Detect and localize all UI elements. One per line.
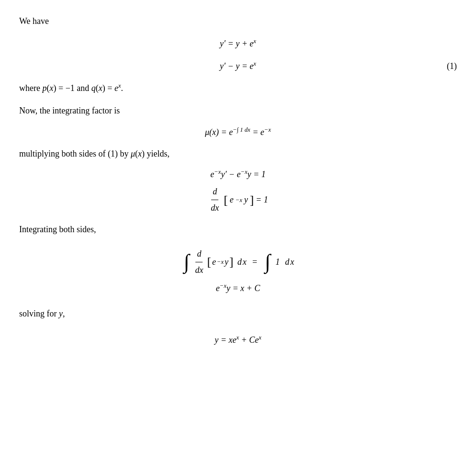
step2-equation: d dx [e−xy] = 1: [19, 185, 457, 215]
mu-math: μ(x) = e−∫ 1 dx = e−x: [205, 125, 271, 139]
equation-1: y′ = y + ex: [19, 37, 457, 51]
right-bracket: ]: [250, 191, 254, 210]
eq2-center: y′ − y = ex: [38, 59, 438, 73]
eq1-math: y′ = y + ex: [220, 37, 256, 51]
integral-math: ∫ d dx [e−xy] dx = ∫ 1 dx: [182, 247, 295, 277]
equation-2: y′ − y = ex (1): [19, 59, 457, 73]
where-text: where p(x) = −1 and q(x) = ex.: [19, 81, 457, 95]
integrating-text: Integrating both sides,: [19, 223, 457, 236]
integral-fraction: d dx: [193, 247, 204, 277]
integrating-factor-intro: Now, the integrating factor is: [19, 104, 457, 118]
integral-left-bracket: [: [207, 252, 211, 271]
integral-sign-right: ∫: [265, 251, 271, 272]
step2-math: d dx [e−xy] = 1: [208, 185, 268, 215]
mu-equation: μ(x) = e−∫ 1 dx = e−x: [19, 125, 457, 139]
result-math: e−xy = x + C: [216, 282, 260, 295]
step1-equation: e−xy′ − e−xy = 1: [19, 168, 457, 181]
eq2-number: (1): [438, 59, 457, 73]
integral-equation: ∫ d dx [e−xy] dx = ∫ 1 dx: [19, 247, 457, 277]
step1-math: e−xy′ − e−xy = 1: [210, 168, 265, 181]
d-dx-fraction: d dx: [209, 185, 220, 215]
final-math: y = xex + Cex: [215, 333, 261, 347]
final-equation: y = xex + Cex: [19, 333, 457, 347]
page-content: We have y′ = y + ex y′ − y = ex (1) wher…: [19, 14, 457, 347]
multiplying-text: multiplying both sides of (1) by μ(x) yi…: [19, 147, 457, 161]
solving-text: solving for y,: [19, 307, 457, 321]
result-equation: e−xy = x + C: [19, 282, 457, 295]
left-bracket: [: [224, 191, 227, 210]
intro-text: We have: [19, 14, 457, 28]
eq2-math: y′ − y = ex: [220, 59, 256, 73]
integral-right-bracket: ]: [229, 252, 233, 271]
integral-sign-left: ∫: [184, 251, 190, 272]
